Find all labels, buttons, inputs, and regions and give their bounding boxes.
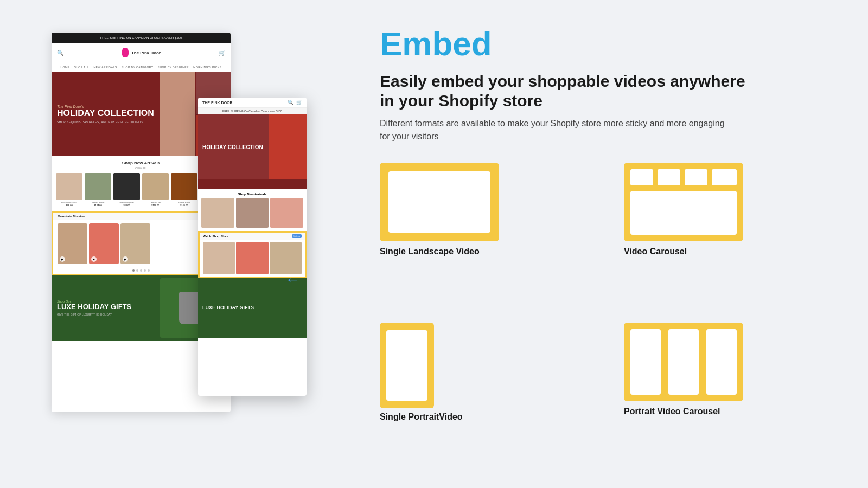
hero-img-1 <box>160 72 195 156</box>
video-thumb-1: ▶ <box>58 223 87 264</box>
hero-script: The Pink Door's <box>57 105 155 108</box>
banner-text-area: Shop Our LUXE HOLIDAY GIFTS GIVE THE GIF… <box>57 300 160 316</box>
overlay-vid-header: Watch. Shop. Share. Videos <box>200 233 305 240</box>
mockup-container: FREE SHIPPING ON CANADIAN ORDERS OVER $1… <box>52 22 307 466</box>
store-topbar: FREE SHIPPING ON CANADIAN ORDERS OVER $1… <box>52 33 231 43</box>
dot-1 <box>132 269 135 272</box>
banner-sub: GIVE THE GIFT OF LUXURY THIS HOLIDAY <box>57 313 160 316</box>
overlay-search-icon: 🔍 <box>288 100 293 105</box>
format-single-portrait: Single Portrait­Video <box>380 323 591 466</box>
format-label-portrait-carousel: Portrait Video Carousel <box>624 407 720 416</box>
store-logo-text: The Pink Door <box>131 50 161 55</box>
arrival-price-4: $198.00 <box>151 204 159 207</box>
overlay-bottom-text: LUXE HOLIDAY GIFTS <box>202 305 254 311</box>
svg-rect-6 <box>712 169 737 185</box>
overlay-arr-grid <box>201 198 303 228</box>
store-logo-icon <box>122 48 129 57</box>
arrival-price-2: $124.00 <box>94 204 101 207</box>
overlay-shipping-bar: FREE SHIPPING On Canadian Orders over $1… <box>198 108 307 114</box>
video-play-1: ▶ <box>60 256 65 262</box>
overlay-cart-icon: 🛒 <box>296 100 302 105</box>
format-label-carousel: Video Carousel <box>624 247 687 256</box>
right-panel: Embed Easily embed your shoppable videos… <box>358 0 868 488</box>
arrival-img-5 <box>171 173 197 200</box>
format-video-carousel: Video Carousel <box>624 163 835 306</box>
arrival-img-2 <box>85 173 111 200</box>
nav-new-arrivals: NEW ARRIVALS <box>93 66 117 69</box>
arrival-img-4 <box>142 173 169 200</box>
arrival-item-5: Suede Boots $165.00 <box>171 173 197 207</box>
overlay-arrivals: Shop New Arrivals <box>198 189 307 231</box>
overlay-hero-inner: HOLIDAY COLLECTION <box>198 114 307 179</box>
arrival-img-1 <box>56 173 82 200</box>
svg-rect-13 <box>706 329 737 395</box>
svg-rect-9 <box>386 330 427 401</box>
format-icon-portrait-carousel <box>624 323 743 401</box>
embed-heading: Easily embed your shoppable videos anywh… <box>380 72 760 111</box>
arrival-price-1: $78.00 <box>66 204 72 207</box>
dot-3 <box>140 269 142 272</box>
arrival-item-1: Pink Door Dress $78.00 <box>56 173 82 207</box>
overlay-vid-thumb-3 <box>270 242 302 274</box>
svg-rect-11 <box>630 329 661 395</box>
svg-rect-1 <box>388 171 490 233</box>
hero-subtitle: SHOP SEQUINS, SPARKLES, AND FAB FESTIVE … <box>57 120 155 124</box>
dot-5 <box>148 269 150 272</box>
overlay-hero-title: HOLIDAY COLLECTION <box>202 144 264 150</box>
format-label-portrait: Single Portrait­Video <box>380 412 463 422</box>
overlay-hero-left: HOLIDAY COLLECTION <box>198 114 269 179</box>
svg-rect-4 <box>658 169 680 185</box>
video-thumb-3: ▶ <box>120 223 150 264</box>
overlay-arr-img-2 <box>236 198 269 228</box>
dot-2 <box>136 269 138 272</box>
nav-home: HOME <box>60 66 69 69</box>
video-play-2: ▶ <box>91 256 97 262</box>
overlay-vid-thumb-1 <box>203 242 235 274</box>
overlay-icons: 🔍 🛒 <box>288 100 302 105</box>
nav-category: SHOP BY CATEGORY <box>122 66 154 69</box>
svg-rect-3 <box>630 169 653 185</box>
arrival-item-4: Camel Coat $198.00 <box>142 173 169 207</box>
store-cart-icon: 🛒 <box>219 50 225 56</box>
overlay-vid-title: Watch. Shop. Share. <box>203 235 229 238</box>
format-icon-portrait <box>380 323 434 407</box>
store-nav: HOME SHOP ALL NEW ARRIVALS SHOP BY CATEG… <box>52 62 231 72</box>
page-title: Embed <box>380 27 835 61</box>
overlay-arr-img-3 <box>270 198 303 228</box>
embed-description: Different formats are available to make … <box>380 117 732 143</box>
store-search-icon: 🔍 <box>57 50 63 56</box>
store-overlay-screenshot: THE PINK DOOR 🔍 🛒 FREE SHIPPING On Canad… <box>198 98 307 396</box>
store-logo: The Pink Door <box>122 48 161 57</box>
video-section-title: Mountain Mission <box>58 215 85 218</box>
overlay-vid-thumb-2 <box>236 242 268 274</box>
arrival-price-3: $48.00 <box>123 204 130 207</box>
svg-rect-12 <box>668 329 699 395</box>
svg-rect-5 <box>685 169 707 185</box>
hero-title: HOLIDAY COLLECTION <box>57 108 155 118</box>
format-icon-carousel <box>624 163 743 241</box>
arrival-item-3: Black Bodysuit $48.00 <box>113 173 140 207</box>
formats-grid: Single Landscape Video Video Carousel <box>380 163 835 466</box>
nav-picks: MORNING'S PICKS <box>193 66 221 69</box>
arrival-item-2: Velvet Jacket $124.00 <box>85 173 111 207</box>
overlay-hero: FREE SHIPPING On Canadian Orders over $1… <box>198 108 307 189</box>
format-portrait-carousel: Portrait Video Carousel <box>624 323 835 466</box>
topbar-text: FREE SHIPPING ON CANADIAN ORDERS OVER $1… <box>100 36 182 40</box>
nav-shop-all: SHOP ALL <box>74 66 89 69</box>
overlay-hero-right <box>269 114 307 179</box>
arrival-price-5: $165.00 <box>180 204 188 207</box>
overlay-logo: THE PINK DOOR <box>202 101 233 105</box>
arrow-indicator: ← <box>285 271 300 288</box>
overlay-arr-title: Shop New Arrivals <box>201 192 303 196</box>
dot-4 <box>144 269 146 272</box>
hero-left: The Pink Door's HOLIDAY COLLECTION SHOP … <box>52 72 160 156</box>
banner-title: LUXE HOLIDAY GIFTS <box>57 303 160 311</box>
svg-rect-7 <box>630 191 737 235</box>
left-panel: FREE SHIPPING ON CANADIAN ORDERS OVER $1… <box>0 0 358 488</box>
video-play-3: ▶ <box>123 256 128 262</box>
arrival-img-3 <box>113 173 140 200</box>
overlay-topbar: THE PINK DOOR 🔍 🛒 <box>198 98 307 108</box>
format-icon-landscape <box>380 163 499 241</box>
format-single-landscape: Single Landscape Video <box>380 163 591 306</box>
overlay-arr-img-1 <box>201 198 234 228</box>
